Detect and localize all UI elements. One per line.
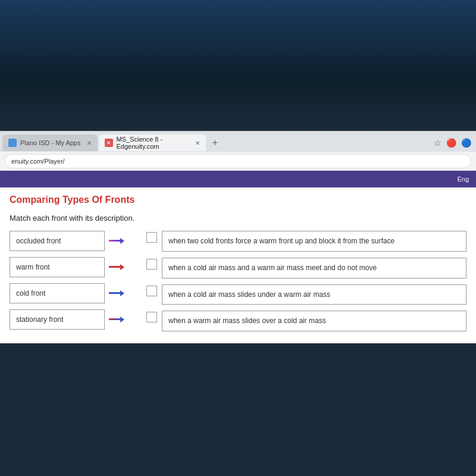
arrow-btn-warm[interactable] [108, 259, 125, 275]
instruction-text: Match each front with its description. [10, 214, 466, 223]
monitor-background [0, 0, 476, 131]
desc-box-2: when a cold air mass and a warm air mass… [162, 258, 466, 278]
purple-header-bar: Eng [0, 171, 476, 187]
front-box-occluded: occluded front [10, 231, 105, 251]
ext-icon-2[interactable]: 🔵 [461, 138, 471, 148]
star-icon[interactable]: ☆ [434, 138, 441, 148]
tab-actions: ☆ 🔴 🔵 [434, 138, 476, 148]
desc-item-4: when a warm air mass slides over a cold … [146, 311, 466, 331]
desc-box-1: when two cold fronts force a warm front … [162, 231, 466, 252]
address-input[interactable] [5, 154, 471, 168]
address-bar [0, 152, 476, 171]
edgenuity-favicon: ✕ [105, 139, 113, 147]
desc-box-3: when a cold air mass slides under a warm… [162, 284, 466, 305]
descriptions-column: when two cold fronts force a warm front … [146, 231, 466, 331]
desc-text-1: when two cold fronts force a warm front … [168, 237, 394, 245]
tab-edgenuity-label: MS_Science 8 - Edgenuity.com [117, 136, 189, 150]
checkbox-3[interactable] [146, 286, 157, 296]
checkbox-2[interactable] [146, 259, 157, 270]
desc-text-3: when a cold air mass slides under a warm… [168, 290, 330, 299]
arrow-btn-occluded[interactable] [108, 233, 125, 249]
eng-label: Eng [457, 176, 469, 183]
tab-plano[interactable]: Plano ISD - My Apps ✕ [2, 134, 98, 151]
front-box-cold: cold front [10, 283, 105, 303]
desc-item-1: when two cold fronts force a warm front … [146, 231, 466, 252]
plano-favicon [8, 139, 17, 147]
front-item-stationary: stationary front [10, 309, 134, 330]
fronts-column: occluded front warm front [10, 231, 134, 330]
new-tab-icon: + [212, 137, 218, 148]
front-box-stationary: stationary front [10, 309, 105, 330]
new-tab-button[interactable]: + [207, 134, 224, 151]
tab-edgenuity[interactable]: ✕ MS_Science 8 - Edgenuity.com ✕ [99, 134, 206, 151]
desc-text-4: when a warm air mass slides over a cold … [168, 317, 326, 325]
front-box-warm: warm front [10, 257, 105, 277]
match-activity: occluded front warm front [10, 231, 466, 331]
front-label-warm: warm front [16, 263, 50, 271]
front-item-warm: warm front [10, 257, 134, 277]
arrow-btn-cold[interactable] [108, 285, 125, 302]
checkbox-1[interactable] [146, 232, 157, 243]
desc-item-3: when a cold air mass slides under a warm… [146, 284, 466, 305]
page-title: Comparing Types of Fronts [10, 195, 466, 205]
front-item-occluded: occluded front [10, 231, 134, 251]
desc-text-2: when a cold air mass and a warm air mass… [168, 264, 377, 272]
front-label-cold: cold front [16, 289, 45, 298]
desc-box-4: when a warm air mass slides over a cold … [162, 311, 466, 331]
tab-plano-label: Plano ISD - My Apps [20, 139, 81, 146]
checkbox-4[interactable] [146, 312, 157, 322]
front-item-cold: cold front [10, 283, 134, 303]
front-label-stationary: stationary front [16, 315, 63, 324]
ext-icon-1[interactable]: 🔴 [446, 138, 456, 148]
tab-bar: Plano ISD - My Apps ✕ ✕ MS_Science 8 - E… [0, 131, 476, 152]
browser-chrome: Plano ISD - My Apps ✕ ✕ MS_Science 8 - E… [0, 131, 476, 171]
tab-plano-close[interactable]: ✕ [87, 140, 92, 146]
content-area: Comparing Types of Fronts Match each fro… [0, 187, 476, 343]
desc-item-2: when a cold air mass and a warm air mass… [146, 258, 466, 278]
front-label-occluded: occluded front [16, 237, 61, 245]
arrow-btn-stationary[interactable] [108, 311, 125, 328]
tab-edgenuity-close[interactable]: ✕ [195, 140, 200, 146]
